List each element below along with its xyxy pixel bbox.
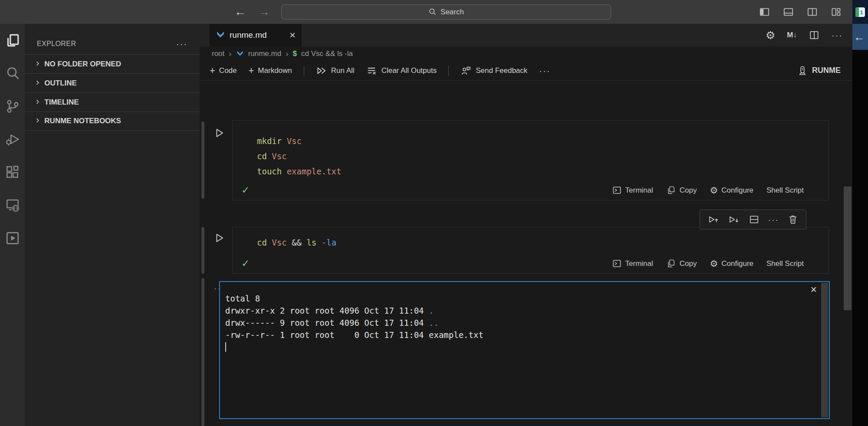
configure-button[interactable]: ⚙ Configure — [710, 259, 753, 268]
delete-cell-button[interactable] — [787, 214, 799, 225]
layout-sidebar-left-icon — [759, 7, 770, 17]
sidebar-section-no-folder-opened[interactable]: › NO FOLDER OPENED — [25, 54, 200, 73]
cell-success-check-icon: ✓ — [241, 185, 250, 195]
copy-label: Copy — [680, 186, 697, 195]
explorer-more-actions-button[interactable]: ··· — [176, 39, 187, 48]
cell-more-actions-button[interactable]: ··· — [768, 216, 779, 224]
plus-icon: + — [210, 65, 215, 76]
clear-all-outputs-button[interactable]: Clear All Outputs — [366, 66, 437, 76]
background-window-titlebar: 1 — [852, 0, 868, 24]
toggle-primary-sidebar-button[interactable] — [759, 7, 770, 17]
cell-language-label[interactable]: Shell Script — [766, 259, 804, 268]
run-all-icon — [316, 66, 327, 76]
trash-icon — [787, 214, 799, 225]
activitybar-item-run-debug[interactable] — [0, 123, 25, 156]
cell-code[interactable]: mkdir Vsccd Vsctouch example.txt — [233, 121, 829, 179]
cell-focus-indicator[interactable] — [201, 121, 204, 199]
run-cell-button[interactable] — [213, 127, 225, 139]
send-feedback-label: Send Feedback — [476, 66, 527, 75]
cell-code[interactable]: cd Vsc && ls -la — [233, 227, 829, 250]
chevron-right-icon: › — [286, 49, 288, 58]
breadcrumb-file[interactable]: runme.md — [248, 49, 282, 58]
toggle-panel-button[interactable] — [783, 7, 794, 17]
toolbar-more-actions-button[interactable]: ··· — [539, 66, 550, 75]
sidebar-section-timeline[interactable]: › TIMELINE — [25, 92, 200, 111]
output-focus-indicator[interactable] — [201, 278, 204, 426]
activitybar-item-extensions[interactable] — [0, 156, 25, 189]
code-token: example.txt — [282, 167, 341, 176]
activitybar-item-source-control[interactable] — [0, 90, 25, 123]
external-back-button[interactable]: ← — [852, 24, 868, 50]
layout-sidebar-right-icon — [806, 7, 818, 17]
play-icon — [213, 127, 225, 139]
gear-icon[interactable]: ⚙ — [766, 30, 775, 41]
activitybar-item-explorer[interactable] — [0, 24, 25, 57]
terminal-label: Terminal — [625, 186, 653, 195]
split-editor-button[interactable] — [809, 30, 820, 40]
split-cell-icon — [748, 214, 760, 225]
files-icon — [5, 33, 20, 48]
copy-button[interactable]: Copy — [666, 259, 697, 269]
editor-more-actions-button[interactable]: ··· — [832, 31, 843, 39]
customize-layout-button[interactable] — [830, 7, 842, 17]
sidebar-section-runme-notebooks[interactable]: › RUNME NOTEBOOKS — [25, 111, 200, 131]
command-center-search[interactable]: Search — [281, 4, 611, 20]
history-forward-button[interactable]: → — [258, 6, 270, 18]
code-cell-1[interactable]: mkdir Vsccd Vsctouch example.txt ✓ Termi… — [232, 120, 829, 200]
code-token: Vsc — [267, 238, 287, 247]
terminal-button[interactable]: Terminal — [612, 185, 653, 195]
history-back-button[interactable]: ← — [234, 6, 246, 18]
add-code-cell-button[interactable]: + Code — [210, 65, 237, 76]
activitybar-item-search[interactable] — [0, 57, 25, 90]
breadcrumb-shell-prompt: $ — [293, 49, 296, 58]
breadcrumb-command[interactable]: cd Vsc && ls -la — [301, 49, 353, 58]
external-window-icon[interactable]: 1 — [855, 7, 865, 17]
search-label: Search — [441, 8, 464, 16]
toggle-secondary-sidebar-button[interactable] — [806, 7, 818, 17]
terminal-button[interactable]: Terminal — [612, 259, 653, 269]
run-all-button[interactable]: Run All — [316, 66, 355, 76]
run-and-debug-icon — [5, 131, 20, 147]
runme-logo-icon — [797, 65, 808, 76]
markdown-preview-button[interactable]: M↓ — [787, 31, 797, 39]
tab-runme-md[interactable]: runme.md × — [210, 24, 302, 46]
tab-bar: runme.md × ⚙ M↓ ··· — [200, 24, 852, 46]
output-text[interactable]: total 8drwxr-xr-x 2 root root 4096 Oct 1… — [220, 282, 829, 353]
split-cell-button[interactable] — [748, 214, 760, 225]
close-output-button[interactable]: × — [810, 284, 817, 295]
cell-language-label[interactable]: Shell Script — [766, 186, 804, 195]
configure-button[interactable]: ⚙ Configure — [710, 186, 753, 195]
search-icon — [5, 66, 20, 81]
terminal-output[interactable]: total 8drwxr-xr-x 2 root root 4096 Oct 1… — [219, 281, 830, 419]
copy-button[interactable]: Copy — [666, 185, 697, 195]
add-markdown-cell-button[interactable]: + Markdown — [249, 65, 292, 76]
output-token: -rw-r--r-- 1 root root 0 Oct 17 11:04 ex… — [225, 330, 483, 340]
language-text: Shell Script — [766, 186, 804, 195]
activitybar-item-remote-explorer[interactable] — [0, 189, 25, 222]
sidebar-section-label: TIMELINE — [44, 98, 79, 107]
output-scrollbar[interactable] — [821, 283, 828, 417]
run-cell-button[interactable] — [213, 232, 225, 244]
output-token: total 8 — [225, 294, 260, 303]
editor-scrollbar[interactable] — [844, 187, 852, 310]
vscode-window: ← → Search — [0, 0, 868, 426]
terminal-icon — [612, 259, 622, 269]
title-bar: ← → Search — [0, 0, 852, 24]
tab-close-button[interactable]: × — [289, 30, 296, 40]
breadcrumb: root › runme.md › $ cd Vsc && ls -la — [200, 46, 852, 61]
code-token: touch — [257, 167, 282, 176]
send-feedback-button[interactable]: Send Feedback — [460, 66, 527, 76]
code-token: ls — [306, 238, 316, 247]
code-token: Vsc — [282, 136, 302, 146]
sidebar-title: EXPLORER — [37, 40, 76, 48]
sidebar-section-outline[interactable]: › OUTLINE — [25, 73, 200, 92]
execute-above-button[interactable] — [707, 214, 720, 226]
background-window-edge: 1 ← — [852, 0, 868, 426]
cell-focus-indicator[interactable] — [201, 227, 204, 274]
activitybar-item-runme[interactable] — [0, 222, 25, 255]
explorer-sidebar: EXPLORER ··· › NO FOLDER OPENED › OUTLIN… — [25, 24, 200, 426]
execute-below-button[interactable] — [728, 214, 740, 226]
breadcrumb-root[interactable]: root — [212, 49, 224, 58]
code-cell-2[interactable]: cd Vsc && ls -la ✓ Terminal — [232, 227, 829, 274]
cell-success-check-icon: ✓ — [241, 259, 250, 269]
